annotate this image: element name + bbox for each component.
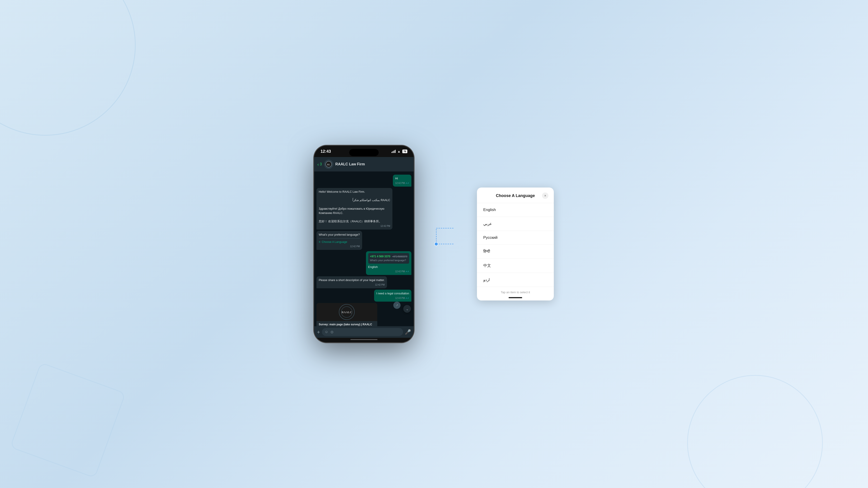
- message-legal-consultation: I need a legal consultation 12:43 PM ✓✓: [374, 290, 411, 302]
- language-item-urdu[interactable]: اردو: [477, 273, 554, 287]
- panel-close-button[interactable]: ×: [542, 193, 548, 199]
- contact-avatar: RL: [324, 160, 333, 169]
- bg-decoration-2: [687, 375, 823, 488]
- signal-icon: [392, 150, 396, 153]
- svg-text:RAALC: RAALC: [342, 311, 352, 314]
- camera-icon[interactable]: ⊙: [331, 330, 333, 334]
- survey-card[interactable]: RAALC Survey: main page (take survey) | …: [316, 303, 377, 326]
- svg-text:RL: RL: [327, 163, 330, 166]
- dynamic-island: [349, 149, 379, 156]
- chevron-down-icon: ⌄: [406, 307, 409, 311]
- survey-title: Survey: main page (take survey) | RAALC: [319, 323, 375, 326]
- emoji-icon[interactable]: ☺: [324, 330, 328, 334]
- status-time: 12:43: [320, 149, 331, 154]
- language-item-english[interactable]: English: [477, 203, 554, 217]
- input-bar: + ☺ ⊙ 🎤: [314, 326, 414, 338]
- home-bar-line: [350, 339, 377, 340]
- message-welcome: Hello! Welcome to RAALC Law Firm. RAALC …: [316, 188, 393, 230]
- close-icon: ×: [544, 194, 546, 197]
- survey-card-image: RAALC: [316, 303, 377, 321]
- read-receipt-icon: ✓✓: [405, 182, 409, 185]
- language-item-russian[interactable]: Русский: [477, 231, 554, 245]
- connector-area: [432, 221, 459, 267]
- share-icon: ↗: [396, 303, 398, 307]
- bg-decoration-1: [0, 0, 135, 135]
- read-receipt-icon-3: ✓✓: [405, 296, 409, 300]
- back-chevron-icon: ‹: [317, 162, 319, 167]
- panel-hint: Tap an item to select it: [501, 291, 530, 294]
- add-attachment-button[interactable]: +: [317, 329, 320, 335]
- home-bar: [314, 338, 414, 342]
- list-icon: ≡: [319, 240, 320, 244]
- microphone-button[interactable]: 🎤: [405, 329, 411, 335]
- panel-title: Choose A Language: [489, 193, 542, 198]
- svg-point-4: [434, 242, 438, 246]
- phone-mockup: 12:43 ▲ 76 ‹: [314, 146, 414, 342]
- choose-language-button[interactable]: ≡ Choose A Language: [319, 238, 360, 244]
- panel-header: Choose A Language ×: [477, 188, 554, 203]
- raalc-logo-svg: RAALC: [341, 306, 352, 318]
- panel-handle: [508, 297, 522, 298]
- avatar-logo: RL: [326, 161, 332, 167]
- share-button[interactable]: ↗: [393, 302, 401, 309]
- chat-header: ‹ 3 RL RAALC Law Firm: [314, 157, 414, 171]
- battery-indicator: 76: [402, 150, 407, 153]
- message-input-field[interactable]: ☺ ⊙: [322, 328, 403, 336]
- message-legal-description: Please share a short description of your…: [316, 276, 387, 288]
- language-picker-panel: Choose A Language × English عربي Русский…: [477, 188, 554, 300]
- panel-footer: Tap an item to select it: [477, 287, 554, 300]
- contact-name: RAALC Law Firm: [336, 162, 410, 166]
- connector-svg: [432, 221, 459, 267]
- message-hi: Hi 12:42 PM ✓✓: [393, 175, 411, 187]
- language-item-chinese[interactable]: 中文: [477, 258, 554, 273]
- bg-decoration-3: [10, 362, 126, 478]
- survey-logo: RAALC: [339, 304, 355, 320]
- scene-wrapper: 12:43 ▲ 76 ‹: [314, 146, 554, 342]
- read-receipt-icon-2: ✓✓: [405, 270, 409, 273]
- message-english-reply: +971 4 569 3370 ~97145693370 What's your…: [366, 251, 411, 275]
- back-count: 3: [320, 162, 322, 166]
- chat-area[interactable]: Hi 12:42 PM ✓✓ Hello! Welcome to RAALC L…: [314, 171, 414, 326]
- language-item-arabic[interactable]: عربي: [477, 217, 554, 231]
- language-list: English عربي Русский हिन्दी 中文 اردو: [477, 203, 554, 287]
- survey-card-wrapper: RAALC Survey: main page (take survey) | …: [316, 303, 393, 326]
- scroll-down-button[interactable]: ⌄: [403, 305, 411, 313]
- message-language-question: What's your preferred language? ≡ Choose…: [316, 231, 362, 250]
- wifi-icon: ▲: [397, 150, 401, 153]
- input-action-icons: ☺ ⊙: [324, 330, 333, 334]
- status-icons: ▲ 76: [392, 150, 407, 153]
- back-button[interactable]: ‹ 3: [317, 162, 322, 167]
- language-item-hindi[interactable]: हिन्दी: [477, 245, 554, 258]
- phone-screen: ‹ 3 RL RAALC Law Firm Hi 12:42 PM: [314, 157, 414, 342]
